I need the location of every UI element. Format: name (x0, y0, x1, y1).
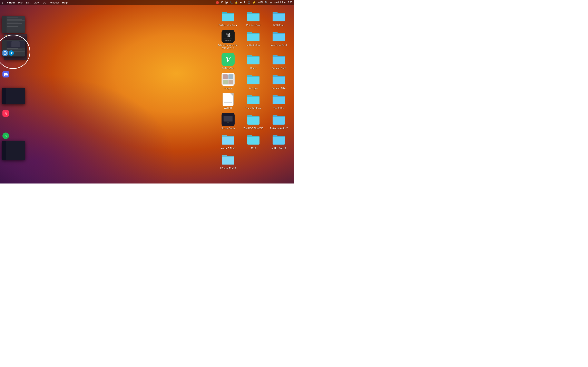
window-app-icons (2, 50, 14, 56)
icon-untitled-2[interactable]: untitled folder 2 (268, 132, 290, 151)
icon-gotiengviet[interactable]: V GoTiengViet (217, 52, 239, 71)
file-menu[interactable]: File (18, 1, 22, 4)
svg-rect-18 (226, 123, 231, 123)
icon-so-sanh[interactable]: So sánh Final (268, 52, 290, 71)
discord-window-1[interactable] (2, 16, 25, 33)
maclife-logo: MAC LIFE MAGAZIN (222, 30, 234, 43)
icon-man-e-dra[interactable]: Màn E-Dra Final (268, 29, 290, 48)
icon-demo[interactable]: Demo (242, 52, 265, 71)
icon-label-screenshots: Screen Shots (221, 127, 235, 130)
apple-menu[interactable]:  (2, 1, 3, 4)
icon-label-test-acer: Test Acer Aspire 7 (270, 127, 288, 130)
icon-images[interactable]: Images (217, 72, 239, 91)
svg-rect-17 (227, 122, 229, 123)
search-icon[interactable]: 🔍 (265, 1, 268, 4)
icon-avchd[interactable]: AVCHD (217, 92, 239, 111)
icon-label-untitled: untitled folder (247, 44, 260, 47)
icon-label-test-e-dra: Test E-Dra (273, 107, 284, 109)
svg-text:MAC: MAC (226, 33, 230, 35)
control-center-icon[interactable]: ⊟ (270, 1, 272, 4)
icon-test-acer[interactable]: Test Acer Aspire 7 (268, 112, 290, 131)
wifi-icon[interactable]: WiFi (258, 1, 263, 4)
menubar:  Finder File Edit View Go Window Help 🔴… (0, 0, 294, 5)
icon-label-maclife: Adobe Premiere Pro 2022 v22.1.2 (218, 44, 238, 50)
icon-screenshots[interactable]: Screen Shots (217, 112, 239, 131)
lock-icon[interactable]: 🔒 (235, 1, 238, 4)
rog-icon[interactable]: ROG (225, 1, 228, 4)
icon-label-2020: 2020 (251, 147, 256, 150)
svg-point-4 (4, 134, 8, 138)
music-app-icon[interactable]: ♫ (2, 110, 9, 117)
pastebot-icon[interactable] (2, 50, 8, 56)
spotify-window[interactable] (2, 141, 25, 160)
headphones-icon[interactable]: 🎧 (247, 1, 251, 4)
svg-text:MAGAZIN: MAGAZIN (225, 40, 231, 41)
creative-cloud-icon[interactable]: 🔴 (216, 1, 219, 4)
icon-du-lieu[interactable]: Dữ liệu cá nhân ☁ (217, 8, 239, 28)
edit-menu[interactable]: Edit (26, 1, 30, 4)
window-menu[interactable]: Window (49, 1, 59, 4)
svg-rect-2 (4, 52, 6, 54)
icon-test-rog[interactable]: Test ROG Flow Z13 (242, 112, 265, 131)
icon-label-nj80: NJ80 Final (273, 24, 284, 26)
icon-aspire-7[interactable]: Aspire 7 Final (217, 132, 239, 151)
play-icon[interactable]: ▶ (240, 1, 242, 4)
icon-label-images: Images (224, 87, 232, 90)
svg-text:LIFE: LIFE (226, 35, 231, 38)
a-icon[interactable]: A (244, 1, 246, 4)
desktop-icons-grid: Dữ liệu cá nhân ☁ Phú Yên Final NJ80 Fin… (208, 7, 294, 173)
svg-rect-16 (224, 116, 232, 121)
go-menu[interactable]: Go (43, 1, 46, 4)
icon-2020[interactable]: 2020 (242, 132, 265, 151)
icon-so-sanh-akko[interactable]: So sánh Akko (268, 72, 290, 91)
icon-label-lifestyle-final: Lifestyle Final 3 (220, 167, 236, 170)
telegram-icon[interactable] (9, 50, 14, 56)
icon-test-e-dra[interactable]: Test E-Dra (268, 92, 290, 111)
menubar-left:  Finder File Edit View Go Window Help (2, 1, 68, 4)
spotify-app-icon[interactable] (2, 133, 9, 139)
view-menu[interactable]: View (34, 1, 39, 4)
icon-label-man-e-dra: Màn E-Dra Final (270, 44, 287, 47)
icon-trang-tay[interactable]: Trang Tây Final (242, 92, 265, 111)
svg-rect-3 (4, 51, 6, 52)
icon-maclife[interactable]: MAC LIFE MAGAZIN Adobe Premiere Pro 2022… (217, 29, 239, 51)
svg-rect-13 (228, 80, 233, 84)
icon-label-aspire-7: Aspire 7 Final (221, 147, 235, 150)
icon-untitled[interactable]: untitled folder (242, 29, 265, 48)
svg-rect-10 (223, 75, 228, 79)
discord-window-2-highlighted[interactable] (2, 40, 25, 57)
svg-rect-12 (223, 80, 228, 84)
icon-label-trang-tay: Trang Tây Final (246, 107, 261, 109)
icon-label-so-sanh: So sánh Final (272, 67, 285, 69)
icon-label-phu-yen: Phú Yên Final (246, 24, 260, 26)
icon-anh-goc[interactable]: Ảnh góc (242, 72, 265, 91)
icon-label-test-rog: Test ROG Flow Z13 (243, 127, 263, 130)
svg-text:ROG: ROG (225, 2, 228, 3)
icon-nj80[interactable]: NJ80 Final (268, 8, 290, 28)
battery-icon[interactable]: ⚡ (252, 1, 256, 4)
finder-menu[interactable]: Finder (7, 1, 15, 4)
discord-window-3[interactable] (2, 88, 25, 104)
icon-label-du-lieu: Dữ liệu cá nhân ☁ (219, 24, 237, 26)
icon-label-so-sanh-akko: So sánh Akko (272, 87, 285, 90)
icon-phu-yen[interactable]: Phú Yên Final (242, 8, 265, 28)
menubar-right: 🔴 V ROG 📞 🔒 ▶ A 🎧 ⚡ WiFi 🔍 ⊟ Wed 8 Jun 1… (216, 1, 292, 4)
datetime[interactable]: Wed 8 Jun 17:35 (274, 1, 292, 4)
discord-icon[interactable] (2, 71, 9, 77)
icon-label-anh-goc: Ảnh góc (249, 87, 258, 90)
icon-label-demo: Demo (250, 67, 256, 69)
icon-label-avchd: AVCHD (224, 107, 232, 109)
svg-rect-11 (228, 75, 233, 79)
phone-icon[interactable]: 📞 (230, 1, 233, 4)
icon-label-untitled-2: untitled folder 2 (271, 147, 286, 150)
icon-label-gotiengviet: GoTiengViet (222, 67, 234, 69)
v-icon[interactable]: V (221, 1, 223, 4)
help-menu[interactable]: Help (62, 1, 68, 4)
icon-lifestyle-final[interactable]: Lifestyle Final 3 (217, 152, 239, 171)
